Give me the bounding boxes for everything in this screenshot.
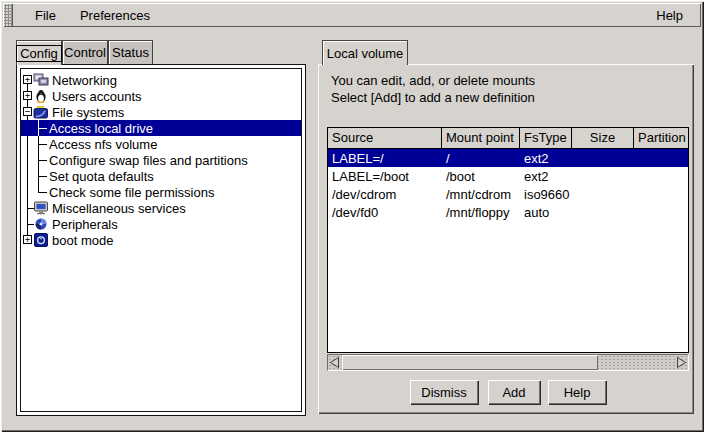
miscellaneous-services-icon xyxy=(33,201,49,215)
help-button[interactable]: Help xyxy=(548,380,606,404)
cell-source: LABEL=/boot xyxy=(328,169,442,184)
tree-branch-connector xyxy=(38,120,47,136)
scroll-right-arrow-icon[interactable] xyxy=(675,355,688,370)
tree-item-miscellaneous-services[interactable]: Miscellaneous services xyxy=(21,200,301,216)
tree-item-label: Check some file permissions xyxy=(49,185,214,200)
file-systems-icon xyxy=(33,105,49,119)
cell-fstype: ext2 xyxy=(520,151,572,166)
tree-item-label: Set quota defaults xyxy=(49,169,154,184)
tab-control[interactable]: Control xyxy=(62,40,108,64)
cell-mount: / xyxy=(442,151,520,166)
tab-config[interactable]: Config xyxy=(16,40,62,65)
tab-control-label: Control xyxy=(64,45,106,60)
networking-icon xyxy=(33,73,49,87)
tree-item-configure-swap[interactable]: Configure swap files and partitions xyxy=(21,152,301,168)
menu-preferences[interactable]: Preferences xyxy=(68,5,162,26)
tree-branch-connector xyxy=(38,168,47,184)
boot-mode-icon xyxy=(33,233,49,247)
cell-mount: /mnt/cdrom xyxy=(442,187,520,202)
menu-file[interactable]: File xyxy=(23,5,68,26)
scrollbar-thumb[interactable] xyxy=(342,355,598,370)
cell-mount: /boot xyxy=(442,169,520,184)
tree-item-label: Peripherals xyxy=(52,217,118,232)
column-header-mount-point[interactable]: Mount point xyxy=(442,128,520,148)
column-header-source[interactable]: Source xyxy=(328,128,442,148)
column-header-size[interactable]: Size xyxy=(572,128,634,148)
expand-plus-icon[interactable]: + xyxy=(23,235,32,244)
tab-status[interactable]: Status xyxy=(108,40,153,64)
panel-help-text: Select [Add] to add a new definition xyxy=(331,90,535,105)
tab-config-label: Config xyxy=(16,45,62,62)
menu-help[interactable]: Help xyxy=(644,5,695,26)
table-row[interactable]: LABEL=/ / ext2 xyxy=(328,149,688,167)
table-row[interactable]: /dev/cdrom /mnt/cdrom iso9660 xyxy=(328,185,688,203)
linuxconf-window: File Preferences Help Config Control Sta… xyxy=(0,0,704,432)
tree-item-access-local-drive[interactable]: Access local drive xyxy=(21,120,301,136)
cell-fstype: auto xyxy=(520,205,572,220)
peripherals-icon xyxy=(33,217,49,231)
tree-item-access-nfs-volume[interactable]: Access nfs volume xyxy=(21,136,301,152)
tab-local-volume[interactable]: Local volume xyxy=(322,40,408,65)
mounts-table: Source Mount point FsType Size Partition… xyxy=(327,127,689,353)
cell-source: LABEL=/ xyxy=(328,151,442,166)
horizontal-scrollbar[interactable] xyxy=(327,354,689,371)
cell-fstype: iso9660 xyxy=(520,187,572,202)
cell-mount: /mnt/floppy xyxy=(442,205,520,220)
config-tree-frame: + Networking + Users accounts − File sys… xyxy=(16,64,306,416)
tree-item-check-file-permissions[interactable]: Check some file permissions xyxy=(21,184,301,200)
cell-source: /dev/fd0 xyxy=(328,205,442,220)
local-volume-panel: You can edit, add, or delete mounts Sele… xyxy=(318,64,694,414)
column-header-fstype[interactable]: FsType xyxy=(520,128,572,148)
panel-help-text: You can edit, add, or delete mounts xyxy=(331,73,535,88)
tree-item-label: Users accounts xyxy=(52,89,142,104)
cell-fstype: ext2 xyxy=(520,169,572,184)
scroll-left-arrow-icon[interactable] xyxy=(328,355,341,370)
tree-item-users-accounts[interactable]: + Users accounts xyxy=(21,88,301,104)
tree-item-file-systems[interactable]: − File systems xyxy=(21,104,301,120)
tree-item-peripherals[interactable]: Peripherals xyxy=(21,216,301,232)
menu-bar: File Preferences Help xyxy=(3,3,701,27)
tree-item-label: boot mode xyxy=(52,233,113,248)
tree-branch-connector xyxy=(38,152,47,168)
tree-branch-end-connector xyxy=(38,184,47,200)
config-tree: + Networking + Users accounts − File sys… xyxy=(20,68,302,412)
tree-item-networking[interactable]: + Networking xyxy=(21,72,301,88)
tree-item-label: Miscellaneous services xyxy=(52,201,186,216)
tab-local-volume-label: Local volume xyxy=(327,46,404,61)
tree-item-label: File systems xyxy=(52,105,124,120)
menu-grip-handle[interactable] xyxy=(3,3,13,27)
tree-item-label: Configure swap files and partitions xyxy=(49,153,248,168)
dismiss-button[interactable]: Dismiss xyxy=(410,380,478,404)
column-header-partition[interactable]: Partition xyxy=(634,128,688,148)
tree-item-set-quota-defaults[interactable]: Set quota defaults xyxy=(21,168,301,184)
tree-branch-connector xyxy=(38,136,47,152)
table-row[interactable]: /dev/fd0 /mnt/floppy auto xyxy=(328,203,688,221)
expand-plus-icon[interactable]: + xyxy=(23,91,32,100)
users-accounts-icon xyxy=(33,89,49,103)
tab-status-label: Status xyxy=(112,45,149,60)
expand-plus-icon[interactable]: + xyxy=(23,75,32,84)
add-button[interactable]: Add xyxy=(488,380,540,404)
tree-item-label: Access nfs volume xyxy=(49,137,157,152)
tree-item-label: Networking xyxy=(52,73,117,88)
collapse-minus-icon[interactable]: − xyxy=(23,107,32,116)
mounts-table-header: Source Mount point FsType Size Partition xyxy=(328,128,688,149)
tree-item-label: Access local drive xyxy=(49,121,153,136)
tree-item-boot-mode[interactable]: + boot mode xyxy=(21,232,301,248)
cell-source: /dev/cdrom xyxy=(328,187,442,202)
table-row[interactable]: LABEL=/boot /boot ext2 xyxy=(328,167,688,185)
